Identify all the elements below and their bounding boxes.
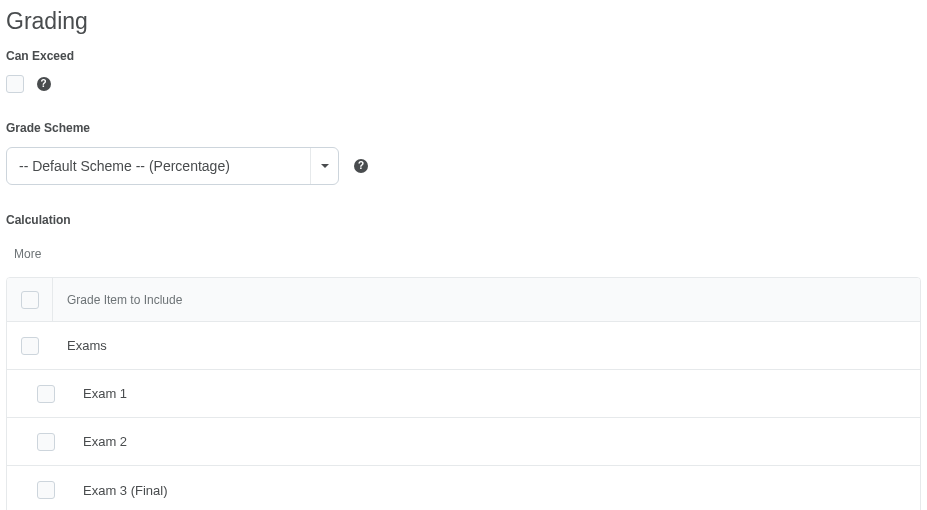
- more-label: More: [6, 247, 921, 261]
- page-title: Grading: [6, 8, 921, 35]
- help-icon: ?: [354, 159, 368, 173]
- calculation-heading: Calculation: [6, 213, 921, 227]
- row-label: Exam 2: [83, 434, 920, 449]
- grade-scheme-help-icon[interactable]: ?: [353, 158, 369, 174]
- row-checkbox[interactable]: [37, 433, 55, 451]
- row-label: Exams: [53, 338, 920, 353]
- grade-items-table: Grade Item to Include Exams Exam 1 Exam …: [6, 277, 921, 510]
- can-exceed-group: Can Exceed ?: [6, 49, 921, 93]
- row-checkbox[interactable]: [21, 337, 39, 355]
- grade-scheme-label: Grade Scheme: [6, 121, 921, 135]
- can-exceed-checkbox[interactable]: [6, 75, 24, 93]
- table-row: Exam 1: [7, 370, 920, 418]
- row-checkbox[interactable]: [37, 481, 55, 499]
- table-row: Exam 3 (Final): [7, 466, 920, 510]
- help-icon: ?: [37, 77, 51, 91]
- row-label: Exam 3 (Final): [83, 483, 920, 498]
- grade-scheme-value: -- Default Scheme -- (Percentage): [7, 158, 242, 174]
- select-all-checkbox[interactable]: [21, 291, 39, 309]
- row-checkbox[interactable]: [37, 385, 55, 403]
- table-row: Exam 2: [7, 418, 920, 466]
- can-exceed-help-icon[interactable]: ?: [36, 76, 52, 92]
- table-header-label: Grade Item to Include: [53, 278, 920, 321]
- grade-scheme-group: Grade Scheme -- Default Scheme -- (Perce…: [6, 121, 921, 185]
- table-header-row: Grade Item to Include: [7, 278, 920, 322]
- chevron-down-icon: [310, 147, 338, 185]
- can-exceed-label: Can Exceed: [6, 49, 921, 63]
- row-label: Exam 1: [83, 386, 920, 401]
- table-row: Exams: [7, 322, 920, 370]
- grade-scheme-select[interactable]: -- Default Scheme -- (Percentage): [6, 147, 339, 185]
